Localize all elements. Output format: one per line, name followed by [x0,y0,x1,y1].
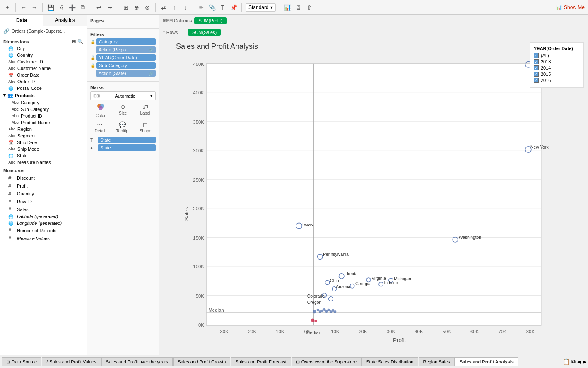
columns-pill[interactable]: SUM(Profit) [194,17,226,24]
field-row-id[interactable]: # Row ID [0,197,87,205]
save-button[interactable]: 💾 [46,3,55,12]
legend-item-all[interactable]: ✓ (All) [534,53,580,58]
field-longitude[interactable]: 🌐 Longitude (generated) [0,220,87,226]
legend-checkbox-2014[interactable]: ✓ [534,65,539,70]
dimensions-grid-icon[interactable]: ⊞ [72,39,76,44]
mark-shape-button[interactable]: ◻ Shape [140,121,152,133]
filter-action-region[interactable]: Action (Regio... 🔗 [96,46,156,53]
tab-overview-superstore[interactable]: ⊞ Overview of the Superstore [292,357,361,366]
mark-field-state-dot[interactable]: ● State [90,144,156,151]
tab-sales-profit-analysis[interactable]: Sales and Profit Analysis [455,357,518,366]
tab-nav-left[interactable]: ◀ [577,359,581,365]
legend-item-2014[interactable]: ✓ 2014 [534,65,580,70]
tab-data-source[interactable]: ⊞ Data Source [2,357,41,366]
field-country[interactable]: 🌐 Country [0,52,87,58]
forward-button[interactable]: → [30,3,39,12]
mark-pill-state1[interactable]: State [98,137,156,143]
field-city[interactable]: 🌐 City [0,45,87,52]
field-category[interactable]: Abc Category [0,99,87,106]
show-me-button[interactable]: 📊 Show Me [556,5,585,10]
view-dropdown[interactable]: Standard ▾ [246,3,276,12]
svg-text:Virginia: Virginia [371,276,386,281]
undo-button[interactable]: ↩ [95,3,103,12]
mark-field-state-t[interactable]: T State [90,137,156,143]
field-customer-id[interactable]: Abc Customer ID [0,58,87,65]
mark-tooltip-button[interactable]: 💬 Tooltip [116,121,128,133]
tab-state-sales-distribution[interactable]: State Sales Distribution [361,357,418,366]
mark-pill-state2[interactable]: State [98,144,156,151]
presentation-button[interactable]: 🖥 [294,3,303,12]
field-quantity[interactable]: # Quantity [0,190,87,197]
field-number-of-records[interactable]: # Number of Records [0,226,87,234]
field-region[interactable]: Abc Region [0,126,87,132]
extract-button[interactable]: ⊗ [143,3,152,12]
filter-category[interactable]: Category [96,38,156,45]
swap-button[interactable]: ⇄ [159,3,168,12]
field-sub-category[interactable]: Abc Sub-Category [0,106,87,113]
tab-data[interactable]: Data [0,15,43,26]
rows-pill[interactable]: SUM(Sales) [188,29,221,36]
svg-text:Profit: Profit [393,337,406,343]
field-postal-code[interactable]: 🌐 Postal Code [0,85,87,91]
field-ship-date[interactable]: 📅 Ship Date [0,139,87,146]
field-latitude[interactable]: 🌐 Latitude (generated) [0,213,87,220]
field-group-products[interactable]: ▾ 👥 Products [0,91,87,99]
mark-detail-button[interactable]: ⋯ Detail [94,121,105,133]
connect-button[interactable]: ⊞ [122,3,130,12]
dimensions-search-icon[interactable]: 🔍 [77,39,83,44]
new-sheet-button[interactable]: 📋 [563,358,570,365]
tab-sales-profit-forecast[interactable]: Sales and Profit Forecast [231,357,291,366]
sep4 [118,3,118,12]
legend-checkbox-all[interactable]: ✓ [534,53,539,58]
legend-item-2015[interactable]: ✓ 2015 [534,72,580,77]
legend-checkbox-2016[interactable]: ✓ [534,78,539,83]
tab-sales-profit-values[interactable]: / Sales and Profit Values [42,357,101,366]
filter-action-state[interactable]: Action (State) 🔗 [96,70,156,77]
field-state[interactable]: 🌐 State [0,152,87,159]
field-order-id[interactable]: Abc Order ID [0,78,87,85]
filter-subcategory[interactable]: Sub-Category [96,62,156,69]
sort-asc-button[interactable]: ↑ [170,3,178,12]
legend-checkbox-2013[interactable]: ✓ [534,59,539,64]
print-button[interactable]: 🖨 [57,3,65,12]
format-button[interactable]: ✏ [197,3,205,12]
filter-year[interactable]: YEAR(Order Date) [96,54,156,61]
redo-button[interactable]: ↪ [106,3,114,12]
field-segment[interactable]: Abc Segment [0,132,87,139]
tab-nav-right[interactable]: ▶ [583,359,586,365]
mark-size-button[interactable]: ⊙ Size [119,103,127,118]
legend-checkbox-2015[interactable]: ✓ [534,72,539,77]
field-measure-names[interactable]: Abc Measure Names [0,159,87,166]
tab-sales-profit-years[interactable]: Sales and Profit over the years [101,357,173,366]
field-ship-mode[interactable]: Abc Ship Mode [0,146,87,152]
marks-type-dropdown[interactable]: ⊞⊞ Automatic ▾ [90,91,156,100]
duplicate-sheet-button[interactable]: ⧉ [571,358,576,365]
add-button[interactable]: ➕ [68,3,76,12]
back-button[interactable]: ← [19,3,28,12]
field-product-name[interactable]: Abc Product Name [0,119,87,126]
chart-type-button[interactable]: 📊 [284,3,292,12]
pin-button[interactable]: 📌 [229,3,238,12]
field-order-date[interactable]: 📅 Order Date [0,72,87,78]
field-measure-values[interactable]: # Measure Values [0,234,87,242]
tab-region-sales[interactable]: Region Sales [419,357,455,366]
data-source-row[interactable]: 🔗 Orders (Sample-Superst... [0,26,87,36]
join-button[interactable]: ⊕ [133,3,141,12]
text-button[interactable]: T [219,3,227,12]
share-button[interactable]: ⇧ [305,3,313,12]
legend-item-2016[interactable]: ✓ 2016 [534,78,580,83]
tab-analytics[interactable]: Analytics [43,15,87,26]
chart-area: Sales and Profit Analysis Sales Profit [159,38,588,355]
sort-desc-button[interactable]: ↓ [181,3,189,12]
mark-color-button[interactable]: Color [96,103,106,118]
field-customer-name[interactable]: Abc Customer Name [0,65,87,72]
field-discount[interactable]: # Discount [0,174,87,182]
annotation-button[interactable]: 📎 [208,3,216,12]
field-profit[interactable]: # Profit [0,182,87,190]
field-product-id[interactable]: Abc Product ID [0,113,87,119]
legend-item-2013[interactable]: ✓ 2013 [534,59,580,64]
duplicate-button[interactable]: ⧉ [79,3,87,12]
field-sales[interactable]: # Sales [0,205,87,213]
mark-label-button[interactable]: 🏷 Label [140,103,150,118]
tab-sales-profit-growth[interactable]: Sales and Profit Growth [173,357,230,366]
